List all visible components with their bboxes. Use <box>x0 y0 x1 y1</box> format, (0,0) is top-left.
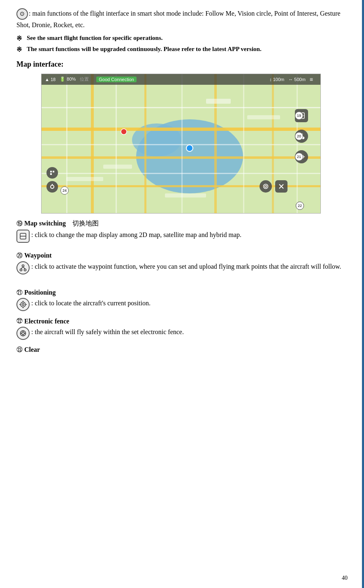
section-19-header: ⑲ Map switching 切换地图 <box>16 219 345 228</box>
section-21-num: ㉑ <box>16 289 23 296</box>
svg-rect-22 <box>103 165 132 169</box>
svg-rect-3 <box>42 128 321 131</box>
section-23-num: ㉓ <box>16 346 23 353</box>
section-22-num: ㉒ <box>16 318 23 325</box>
note-2-mark: ※ <box>16 46 22 53</box>
section-22-header: ㉒ Electronic fence <box>16 318 345 325</box>
section-20-header: ⑳ Waypoint <box>16 252 345 260</box>
map-location-label: 位置 <box>80 76 89 82</box>
electronic-fence-button[interactable] <box>260 180 272 193</box>
section-22-desc: : the aircraft will fly safely within th… <box>31 327 184 337</box>
svg-rect-26 <box>53 171 54 172</box>
spacer-1 <box>16 277 345 283</box>
svg-rect-25 <box>50 171 52 172</box>
num-19: 19 <box>295 112 303 120</box>
svg-point-53 <box>22 304 24 306</box>
section-22-title: Electronic fence <box>24 318 69 325</box>
map-battery: 🔋 80% <box>60 77 76 82</box>
section-19-chinese: 切换地图 <box>72 219 99 228</box>
section-19: ⑲ Map switching 切换地图 : click to change t… <box>16 219 345 244</box>
section-19-desc-row: : click to change the map display among … <box>16 230 345 244</box>
map-left-controls <box>46 167 58 193</box>
section-20: ⑳ Waypoint : click to activate the waypo… <box>16 252 345 275</box>
svg-point-49 <box>24 269 26 271</box>
svg-point-19 <box>121 129 127 135</box>
svg-rect-23 <box>66 177 103 181</box>
page-number: 40 <box>342 575 348 581</box>
map-connection-status: Good Connection <box>96 77 137 82</box>
note-2: ※ The smart functions will be upgraded c… <box>16 46 345 53</box>
svg-rect-6 <box>91 74 94 214</box>
section-23-title: Clear <box>24 346 40 353</box>
section-20-desc: : click to activate the waypoint functio… <box>31 261 341 272</box>
map-image: ▲ 18 🔋 80% 位置 Good Connection ↕ 100m ↔ 5… <box>41 74 321 214</box>
section-21: ㉑ Positioning : click to locate the airc… <box>16 289 345 312</box>
svg-rect-7 <box>144 74 146 214</box>
svg-point-59 <box>22 332 24 335</box>
svg-point-18 <box>186 145 193 151</box>
section-21-title: Positioning <box>24 289 56 296</box>
section-19-desc: : click to change the map display among … <box>31 230 241 240</box>
num-21: 21 <box>295 153 303 161</box>
svg-point-43 <box>264 184 268 188</box>
svg-line-50 <box>21 267 23 269</box>
svg-rect-10 <box>42 107 321 108</box>
section-20-desc-row: : click to activate the waypoint functio… <box>16 261 345 275</box>
section-20-title: Waypoint <box>24 252 52 259</box>
svg-point-28 <box>51 185 54 188</box>
section-21-desc-row: : click to locate the aircraft's current… <box>16 298 345 312</box>
map-bottom-right-btns <box>260 180 287 193</box>
svg-rect-27 <box>50 173 52 175</box>
svg-rect-9 <box>272 74 274 214</box>
note-1-mark: ※ <box>16 35 22 42</box>
map-signal: ▲ 18 <box>45 77 56 82</box>
smart-mode-icon: ⊙ <box>16 8 28 20</box>
svg-point-52 <box>21 302 26 307</box>
section-19-title: Map switching <box>24 220 66 227</box>
intro-text: : main functions of the flight interface… <box>16 10 341 28</box>
map-svg <box>42 74 321 214</box>
section-22: ㉒ Electronic fence : the aircraft will f… <box>16 318 345 341</box>
svg-rect-24 <box>165 193 206 198</box>
section-23: ㉓ Clear <box>16 346 345 353</box>
map-btn-20-group: 20 <box>295 136 300 137</box>
map-left-btn-2[interactable] <box>46 181 58 193</box>
positioning-icon <box>16 298 30 311</box>
map-btn-21-group: 21 <box>295 156 300 157</box>
svg-point-44 <box>265 185 267 187</box>
svg-rect-14 <box>116 74 117 214</box>
section-21-header: ㉑ Positioning <box>16 289 345 296</box>
svg-rect-20 <box>206 99 231 104</box>
svg-point-47 <box>22 265 24 267</box>
svg-rect-21 <box>247 115 280 119</box>
map-menu-icon[interactable]: ≡ <box>310 76 313 83</box>
svg-rect-17 <box>297 74 298 214</box>
svg-rect-12 <box>42 173 321 174</box>
svg-rect-4 <box>42 156 321 159</box>
svg-line-51 <box>23 267 25 269</box>
num-22: 22 <box>296 202 304 210</box>
section-23-header: ㉓ Clear <box>16 346 345 353</box>
svg-rect-11 <box>42 144 321 145</box>
clear-button[interactable] <box>275 180 287 193</box>
section-20-num: ⑳ <box>16 252 23 260</box>
note-1: ※ See the smart flight function for spec… <box>16 35 345 42</box>
section-22-desc-row: : the aircraft will fly safely within th… <box>16 327 345 341</box>
section-19-num: ⑲ <box>16 220 23 228</box>
note-2-text: The smart functions will be upgraded con… <box>27 46 262 53</box>
map-left-btn-1[interactable] <box>46 167 58 179</box>
note-1-text: See the smart flight function for specif… <box>27 35 163 42</box>
map-topbar: ▲ 18 🔋 80% 位置 Good Connection ↕ 100m ↔ 5… <box>42 74 320 85</box>
map-switch-icon <box>16 230 30 243</box>
intro-paragraph: ⊙: main functions of the flight interfac… <box>16 8 345 30</box>
svg-point-48 <box>20 269 22 271</box>
map-label-24: 24 <box>60 190 67 191</box>
svg-rect-16 <box>243 74 244 214</box>
map-interface-heading: Map interface: <box>16 60 345 69</box>
electronic-fence-icon <box>16 327 30 340</box>
waypoint-icon <box>16 261 30 274</box>
num-20: 20 <box>295 132 303 140</box>
section-21-desc: : click to locate the aircraft's current… <box>31 298 151 309</box>
page-content: ⊙: main functions of the flight interfac… <box>16 8 345 353</box>
map-btn-19-group: 19 <box>295 115 300 116</box>
